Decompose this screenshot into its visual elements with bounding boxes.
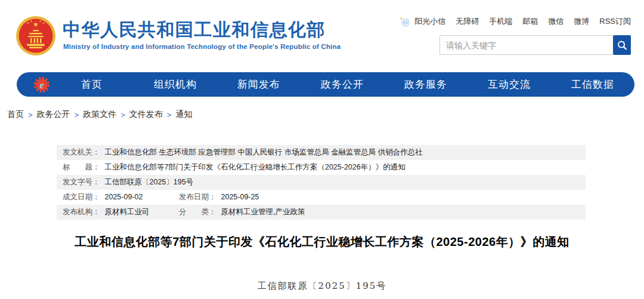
nav-item-gov-services[interactable]: 政务服务 xyxy=(384,78,467,91)
header-link-accessibility[interactable]: 无障碍 xyxy=(456,16,479,27)
meta-label: 发布机构： xyxy=(63,205,100,220)
meta-label: 成文日期： xyxy=(63,190,100,205)
nav-item-interaction[interactable]: 互动交流 xyxy=(467,78,551,91)
meta-label: 分 类： xyxy=(179,205,216,220)
header-link-wechat[interactable]: 微信 xyxy=(548,16,564,27)
search-button[interactable] xyxy=(613,35,631,55)
meta-row-title: 标 题： 工业和信息化部等7部门关于印发《石化化工行业稳增长工作方案（2025-… xyxy=(57,160,586,175)
search-icon xyxy=(617,39,627,51)
nav-item-home[interactable]: 首页 xyxy=(50,78,134,91)
meta-row-issuing-org: 发文机关： 工业和信息化部 生态环境部 应急管理部 中国人民银行 市场监管总局 … xyxy=(57,145,586,160)
page: 中华人民共和国工业和信息化部 Ministry of Industry and … xyxy=(0,0,644,299)
miit-logo-icon[interactable]: e xyxy=(33,76,50,93)
meta-value: 工业和信息化部等7部门关于印发《石化化工行业稳增长工作方案（2025-2026年… xyxy=(105,160,405,175)
breadcrumb-separator: > xyxy=(75,110,79,119)
site-title-block: 中华人民共和国工业和信息化部 Ministry of Industry and … xyxy=(63,20,340,50)
header-link-sunshine[interactable]: 阳光小信 xyxy=(414,16,445,27)
header-links: 阳光小信 无障碍 手机端 邮箱 微信 微博 RSS订阅 xyxy=(400,16,631,27)
svg-text:e: e xyxy=(39,79,44,90)
meta-label: 标 题： xyxy=(63,160,100,175)
meta-label: 发文机关： xyxy=(63,145,100,160)
breadcrumb-gov-affairs[interactable]: 政务公开 xyxy=(37,109,70,120)
meta-value: 2025-09-02 xyxy=(105,190,143,205)
breadcrumb-policy-docs[interactable]: 政策文件 xyxy=(83,109,116,120)
site-title: 中华人民共和国工业和信息化部 xyxy=(63,20,340,41)
breadcrumb-separator: > xyxy=(28,110,33,119)
header-link-rss[interactable]: RSS订阅 xyxy=(599,16,631,27)
meta-cell-publish-date: 发布日期： 2025-09-25 xyxy=(179,190,259,205)
main-nav: e 首页 组织机构 新闻发布 政务公开 政务服务 互动交流 工信数据 xyxy=(17,72,634,97)
nav-item-data[interactable]: 工信数据 xyxy=(551,78,634,91)
meta-value: 工业和信息化部 生态环境部 应急管理部 中国人民银行 市场监管总局 金融监管总局… xyxy=(105,145,423,160)
meta-label: 发布日期： xyxy=(179,190,216,205)
site-subtitle: Ministry of Industry and Information Tec… xyxy=(63,43,340,50)
nav-item-gov-affairs[interactable]: 政务公开 xyxy=(301,78,384,91)
meta-value: 原材料工业司 xyxy=(105,205,150,220)
meta-label: 发文字号： xyxy=(63,175,100,190)
meta-cell-written-date: 成文日期： 2025-09-02 xyxy=(63,190,179,205)
meta-value: 工信部联原〔2025〕195号 xyxy=(105,175,194,190)
article-title: 工业和信息化部等7部门关于印发《石化化工行业稳增长工作方案（2025-2026年… xyxy=(0,234,644,250)
meta-cell-category: 分 类： 原材料工业管理,产业政策 xyxy=(179,205,305,220)
search-bar xyxy=(439,35,631,55)
header-link-weibo[interactable]: 微博 xyxy=(574,16,589,27)
search-input[interactable] xyxy=(439,35,613,55)
nav-item-news[interactable]: 新闻发布 xyxy=(217,78,301,91)
header-link-mail[interactable]: 邮箱 xyxy=(522,16,538,27)
breadcrumb-home[interactable]: 首页 xyxy=(7,109,24,120)
nav-item-organization[interactable]: 组织机构 xyxy=(134,78,217,91)
meta-row-dates: 成文日期： 2025-09-02 发布日期： 2025-09-25 xyxy=(57,190,586,205)
doc-number: 工信部联原〔2025〕195号 xyxy=(0,280,644,292)
header-link-mobile[interactable]: 手机端 xyxy=(489,16,512,27)
breadcrumb-doc-release[interactable]: 文件发布 xyxy=(129,109,163,120)
breadcrumb-notice[interactable]: 通知 xyxy=(175,109,192,120)
breadcrumb-separator: > xyxy=(120,110,125,119)
meta-row-org-category: 发布机构： 原材料工业司 分 类： 原材料工业管理,产业政策 xyxy=(57,205,586,220)
doc-meta-table: 发文机关： 工业和信息化部 生态环境部 应急管理部 中国人民银行 市场监管总局 … xyxy=(57,145,586,220)
mascot-icon xyxy=(400,17,410,27)
national-emblem-icon xyxy=(16,16,56,56)
meta-row-doc-number: 发文字号： 工信部联原〔2025〕195号 xyxy=(57,175,586,190)
meta-value: 原材料工业管理,产业政策 xyxy=(221,205,305,220)
breadcrumb: 首页 > 政务公开 > 政策文件 > 文件发布 > 通知 xyxy=(7,109,192,120)
breadcrumb-separator: > xyxy=(167,110,172,119)
meta-cell-publish-org: 发布机构： 原材料工业司 xyxy=(63,205,179,220)
meta-value: 2025-09-25 xyxy=(221,190,259,205)
